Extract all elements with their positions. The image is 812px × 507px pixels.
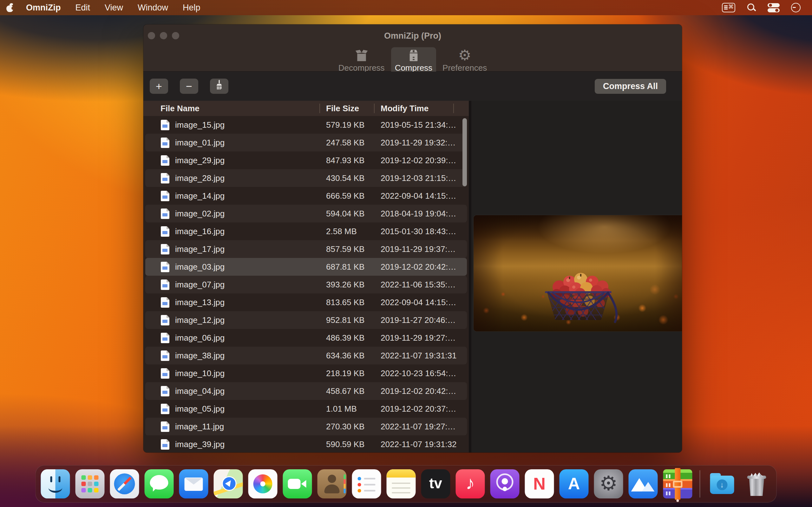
table-row[interactable]: image_13.jpg813.65 KB2022-09-04 14:15:… (145, 293, 467, 311)
table-row[interactable]: image_01.jpg247.58 KB2019-11-29 19:32:… (145, 134, 467, 152)
file-size: 666.59 KB (326, 187, 364, 205)
menu-app-name[interactable]: OmniZip (26, 3, 61, 13)
maps-icon[interactable] (214, 469, 243, 498)
table-row[interactable]: image_28.jpg430.54 KB2019-12-03 21:15:… (145, 169, 467, 187)
broom-icon (214, 79, 224, 93)
menu-item-window[interactable]: Window (138, 3, 168, 13)
peak-app-icon[interactable] (629, 469, 658, 498)
table-row[interactable]: image_05.jpg1.01 MB2019-12-02 20:37:… (145, 400, 467, 418)
podcasts-icon[interactable] (490, 469, 519, 498)
jpeg-file-icon (161, 262, 169, 272)
tab-preferences[interactable]: ⚙ Preferences (439, 47, 491, 75)
jpeg-file-icon (161, 315, 169, 326)
zoom-button[interactable] (172, 32, 179, 39)
file-name: image_11.jpg (175, 418, 224, 435)
jpeg-file-icon (161, 404, 169, 414)
compress-all-button[interactable]: Compress All (595, 79, 666, 94)
table-row[interactable]: image_11.jpg270.30 KB2022-11-07 19:27:… (145, 418, 467, 435)
remove-file-button[interactable]: − (180, 78, 198, 94)
file-size: 813.65 KB (326, 293, 364, 311)
table-row[interactable]: image_38.jpg634.36 KB2022-11-07 19:31:31 (145, 347, 467, 364)
table-row[interactable]: image_16.jpg2.58 MB2015-01-30 18:43:… (145, 222, 467, 240)
table-row[interactable]: image_04.jpg458.67 KB2019-12-02 20:42:… (145, 382, 467, 400)
close-button[interactable] (148, 32, 155, 39)
facetime-icon[interactable] (283, 469, 312, 498)
table-row[interactable]: image_02.jpg594.04 KB2018-04-19 19:04:… (145, 205, 467, 222)
input-source-icon[interactable] (722, 3, 735, 12)
finder-icon[interactable] (41, 469, 70, 498)
tab-compress[interactable]: Compress (391, 47, 436, 75)
safari-icon[interactable] (110, 469, 139, 498)
open-box-icon (354, 48, 369, 62)
contacts-icon[interactable] (317, 469, 347, 498)
file-name: image_28.jpg (175, 169, 224, 187)
column-divider[interactable] (453, 104, 454, 113)
column-divider[interactable] (319, 104, 320, 113)
modify-time: 2019-11-27 20:46:… (380, 311, 456, 329)
file-size: 579.19 KB (326, 116, 364, 134)
file-name: image_06.jpg (175, 329, 224, 347)
dock-divider (700, 470, 700, 498)
mail-icon[interactable] (179, 469, 208, 498)
jpeg-file-icon (161, 209, 169, 219)
table-row[interactable]: image_29.jpg847.93 KB2019-12-02 20:39:… (145, 152, 467, 169)
spotlight-search-icon[interactable] (747, 3, 756, 12)
add-file-button[interactable]: + (150, 78, 168, 94)
clock-icon[interactable] (791, 3, 801, 12)
clear-list-button[interactable] (210, 78, 229, 94)
file-size: 270.30 KB (326, 418, 364, 435)
window-chrome: OmniZip (Pro) Decompress Compress ⚙ Pref… (143, 24, 682, 72)
jpeg-file-icon (161, 137, 169, 148)
messages-icon[interactable] (145, 469, 174, 498)
jpeg-file-icon (161, 297, 169, 308)
modify-time: 2019-12-02 20:37:… (380, 400, 456, 418)
apple-menu-icon[interactable] (6, 3, 13, 12)
file-size: 393.26 KB (326, 276, 364, 293)
jpeg-file-icon (161, 279, 169, 290)
app-store-icon[interactable] (560, 469, 589, 498)
table-row[interactable]: image_06.jpg486.39 KB2019-11-29 19:27:… (145, 329, 467, 347)
reminders-icon[interactable] (352, 469, 381, 498)
trash-icon[interactable] (742, 469, 771, 498)
apple-tv-icon[interactable] (421, 469, 450, 498)
column-file-size[interactable]: File Size (326, 101, 359, 116)
table-row[interactable]: image_17.jpg857.59 KB2019-11-29 19:37:… (145, 240, 467, 258)
table-row[interactable]: image_07.jpg393.26 KB2022-11-06 15:35:… (145, 276, 467, 293)
table-row[interactable]: image_10.jpg218.19 KB2022-10-23 16:54:… (145, 364, 467, 382)
file-size: 247.58 KB (326, 134, 364, 152)
system-settings-icon[interactable] (594, 469, 623, 498)
music-icon[interactable] (456, 469, 485, 498)
vertical-scrollbar[interactable] (462, 118, 467, 186)
toolbar-tabs: Decompress Compress ⚙ Preferences (143, 47, 682, 71)
jpeg-file-icon (161, 368, 169, 379)
modify-time: 2019-12-02 20:42:… (380, 382, 456, 400)
modify-time: 2022-11-07 19:27:… (380, 418, 456, 435)
photos-icon[interactable] (248, 469, 277, 498)
minimize-button[interactable] (160, 32, 167, 39)
modify-time: 2018-04-19 19:04:… (380, 205, 456, 222)
menu-item-view[interactable]: View (105, 3, 123, 13)
omnizip-rar-icon[interactable] (663, 469, 693, 498)
menu-item-help[interactable]: Help (183, 3, 200, 13)
jpeg-file-icon (161, 333, 169, 343)
column-divider[interactable] (374, 104, 374, 113)
toolbar: + − Compress All (143, 72, 682, 101)
table-row[interactable]: image_12.jpg952.81 KB2019-11-27 20:46:… (145, 311, 467, 329)
table-row[interactable]: image_15.jpg579.19 KB2019-05-15 21:34:… (145, 116, 467, 134)
notes-icon[interactable] (387, 469, 416, 498)
control-center-icon[interactable] (768, 3, 780, 12)
tab-decompress[interactable]: Decompress (335, 47, 389, 75)
table-row[interactable]: image_03.jpg687.81 KB2019-12-02 20:42:… (145, 258, 467, 276)
modify-time: 2019-11-29 19:32:… (380, 134, 456, 152)
column-modify-time[interactable]: Modify Time (380, 101, 428, 116)
launchpad-icon[interactable] (75, 469, 105, 498)
table-row[interactable]: image_14.jpg666.59 KB2022-09-04 14:15:… (145, 187, 467, 205)
file-name: image_01.jpg (175, 134, 224, 152)
table-row[interactable]: image_39.jpg590.59 KB2022-11-07 19:31:32 (145, 435, 467, 452)
news-icon[interactable] (525, 469, 554, 498)
downloads-folder-icon[interactable] (708, 469, 737, 498)
file-name: image_14.jpg (175, 187, 224, 205)
column-file-name[interactable]: File Name (160, 101, 200, 116)
menu-item-edit[interactable]: Edit (75, 3, 90, 13)
gear-icon: ⚙ (458, 48, 471, 62)
